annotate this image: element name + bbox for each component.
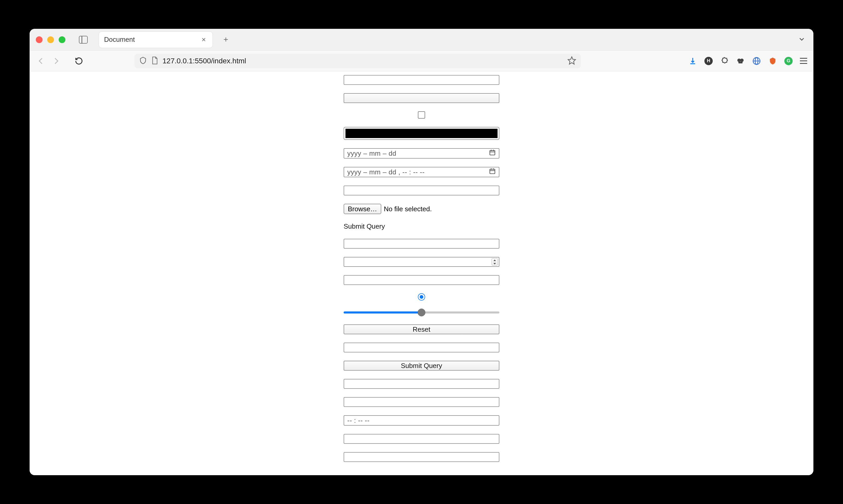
datetime-placeholder: yyyy – mm – dd , -- : -- --: [347, 168, 425, 176]
number-stepper[interactable]: [491, 258, 498, 266]
time-placeholder: -- : -- --: [347, 416, 370, 425]
window-zoom-button[interactable]: [59, 36, 66, 43]
text-input-1[interactable]: [344, 75, 499, 85]
tab-close-button[interactable]: ×: [200, 36, 208, 43]
file-browse-button[interactable]: Browse…: [344, 204, 381, 214]
svg-marker-0: [568, 57, 575, 64]
range-input[interactable]: [344, 309, 499, 316]
datetime-local-input[interactable]: yyyy – mm – dd , -- : -- --: [344, 167, 499, 177]
submit-button[interactable]: Submit Query: [344, 361, 499, 371]
extension-shield-orange-icon[interactable]: [768, 57, 777, 66]
search-input[interactable]: [344, 343, 499, 353]
svg-point-4: [740, 58, 743, 62]
toolbar: 127.0.0.1:5500/index.html H: [30, 51, 813, 71]
traffic-lights: [36, 36, 66, 43]
menu-button[interactable]: [800, 58, 807, 64]
number-input[interactable]: [344, 257, 499, 267]
window-minimize-button[interactable]: [47, 36, 54, 43]
tabs-dropdown-button[interactable]: [798, 35, 806, 44]
svg-rect-9: [490, 150, 495, 155]
date-input[interactable]: yyyy – mm – dd: [344, 148, 499, 159]
month-input[interactable]: [344, 239, 499, 249]
color-input[interactable]: [344, 127, 499, 140]
extension-h-icon[interactable]: H: [704, 57, 713, 65]
shield-icon[interactable]: [139, 57, 147, 65]
extension-globe-icon[interactable]: [752, 57, 761, 66]
file-input[interactable]: Browse… No file selected.: [344, 204, 499, 214]
range-thumb[interactable]: [418, 309, 425, 317]
page-viewport: yyyy – mm – dd yyyy – mm – dd , -- : -- …: [30, 71, 813, 475]
time-input[interactable]: -- : -- --: [344, 415, 499, 426]
url-input[interactable]: [344, 434, 499, 444]
extension-mask-icon[interactable]: [736, 57, 745, 66]
button-input[interactable]: [344, 93, 499, 103]
radio-dot: [420, 295, 423, 299]
form-column: yyyy – mm – dd yyyy – mm – dd , -- : -- …: [30, 71, 813, 462]
tel-input[interactable]: [344, 379, 499, 389]
browser-window: Document × + 127.0.: [30, 29, 813, 475]
date-placeholder: yyyy – mm – dd: [347, 149, 396, 158]
image-input-fallback[interactable]: Submit Query: [344, 222, 499, 231]
url-bar-container: 127.0.0.1:5500/index.html: [89, 54, 627, 68]
new-tab-button[interactable]: +: [221, 35, 231, 45]
download-icon[interactable]: [688, 57, 697, 66]
checkbox-input[interactable]: [418, 111, 425, 119]
color-swatch: [345, 129, 498, 138]
email-input[interactable]: [344, 185, 499, 195]
extensions-puzzle-icon[interactable]: [720, 57, 729, 66]
week-input[interactable]: [344, 452, 499, 462]
window-close-button[interactable]: [36, 36, 42, 43]
svg-rect-13: [490, 169, 495, 174]
tab-strip: Document × +: [30, 29, 813, 51]
url-text: 127.0.0.1:5500/index.html: [162, 57, 563, 65]
reset-button[interactable]: Reset: [344, 324, 499, 334]
text-input-2[interactable]: [344, 397, 499, 407]
sidebar-toggle-icon[interactable]: [79, 36, 88, 43]
bookmark-star-icon[interactable]: [567, 56, 576, 66]
toolbar-extensions: H G: [688, 57, 807, 66]
extension-g-icon[interactable]: G: [784, 57, 793, 65]
password-input[interactable]: [344, 275, 499, 285]
calendar-icon[interactable]: [489, 168, 496, 177]
file-status-text: No file selected.: [384, 205, 432, 213]
radio-input[interactable]: [418, 293, 425, 301]
page-icon: [151, 56, 158, 66]
reload-button[interactable]: [74, 56, 84, 66]
back-button[interactable]: [36, 56, 46, 66]
tab-title: Document: [104, 36, 197, 43]
svg-rect-5: [738, 61, 742, 63]
calendar-icon[interactable]: [489, 149, 496, 158]
forward-button[interactable]: [51, 56, 61, 66]
browser-tab[interactable]: Document ×: [98, 31, 213, 48]
url-bar[interactable]: 127.0.0.1:5500/index.html: [134, 54, 581, 68]
